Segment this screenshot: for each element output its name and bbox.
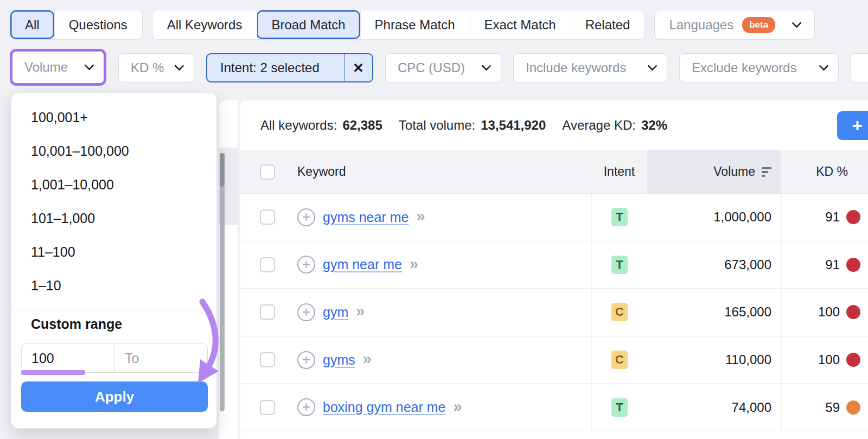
volume-option[interactable]: 10,001–100,000: [11, 134, 216, 168]
volume-cell: 1,000,000: [647, 194, 781, 241]
tab-broad-match[interactable]: Broad Match: [257, 10, 360, 39]
apply-button[interactable]: Apply: [21, 381, 208, 412]
chevron-down-icon: [647, 61, 657, 71]
volume-column-header[interactable]: Volume: [647, 150, 781, 193]
open-serp-icon[interactable]: »: [363, 350, 372, 368]
match-tab-group: All KeywordsBroad MatchPhrase MatchExact…: [152, 10, 646, 40]
intent-filter-chip[interactable]: Intent: 2 selected ✕: [206, 53, 373, 82]
sidebar-scrollbar[interactable]: [220, 153, 225, 411]
total-volume-stat: Total volume: 13,541,920: [399, 118, 546, 133]
row-checkbox[interactable]: [260, 400, 275, 415]
remove-intent-filter-button[interactable]: ✕: [344, 54, 372, 81]
header-checkbox-cell: [240, 150, 275, 193]
kd-header-label: KD %: [816, 164, 848, 179]
kd-value: 100: [818, 352, 840, 367]
match-type-tabs-row: AllQuestions All KeywordsBroad MatchPhra…: [10, 10, 815, 40]
kd-column-header[interactable]: KD %: [781, 150, 868, 193]
table-row: + gym » C 165,000 100: [240, 289, 868, 336]
intent-cell: T: [591, 194, 647, 241]
total-volume-label: Total volume:: [399, 118, 475, 133]
average-kd-stat: Average KD: 32%: [562, 118, 667, 133]
select-all-checkbox[interactable]: [260, 164, 275, 180]
keyword-cell: + boxing gym near me »: [275, 384, 591, 431]
tab-related[interactable]: Related: [571, 10, 645, 39]
open-serp-icon[interactable]: »: [410, 255, 418, 273]
chevron-down-icon: [819, 61, 828, 71]
kd-cell: 91: [781, 194, 868, 241]
volume-filter-label: Volume: [24, 60, 68, 75]
kd-value: 91: [825, 209, 840, 225]
keyword-column-header[interactable]: Keyword: [275, 150, 591, 193]
divider: [11, 310, 216, 310]
volume-option[interactable]: 11–100: [11, 235, 216, 269]
kd-value: 100: [818, 304, 840, 320]
volume-option[interactable]: 1–10: [11, 269, 216, 302]
summary-bar: All keywords: 62,385 Total volume: 13,54…: [260, 100, 667, 150]
add-keyword-icon[interactable]: +: [297, 208, 315, 226]
intent-column-header[interactable]: Intent: [591, 150, 647, 193]
table-row: + gyms near me » T 1,000,000 91: [240, 194, 868, 241]
tab-exact-match[interactable]: Exact Match: [470, 10, 571, 39]
volume-header-label: Volume: [713, 164, 755, 179]
volume-cell: 673,000: [647, 241, 781, 289]
row-checkbox[interactable]: [260, 304, 275, 320]
tab-all[interactable]: All: [10, 10, 54, 39]
languages-dropdown[interactable]: Languages beta: [654, 10, 815, 40]
keyword-cell: + gym near me »: [275, 241, 591, 289]
intent-cell: T: [591, 241, 647, 289]
exclude-keywords-filter-button[interactable]: Exclude keywords: [679, 53, 839, 82]
table-row: + gyms » C 110,000 100: [240, 336, 868, 384]
tab-questions[interactable]: Questions: [54, 10, 142, 39]
open-serp-icon[interactable]: »: [356, 302, 365, 320]
keyword-link[interactable]: boxing gym near me: [323, 399, 446, 415]
chevron-down-icon: [174, 61, 184, 71]
keyword-link[interactable]: gyms near me: [323, 209, 409, 225]
keyword-link[interactable]: gyms: [323, 352, 355, 368]
row-checkbox[interactable]: [260, 209, 275, 225]
volume-filter-button[interactable]: Volume: [12, 52, 104, 83]
kd-value: 59: [825, 400, 840, 415]
intent-filter-label: Intent: 2 selected: [207, 54, 344, 81]
exclude-keywords-label: Exclude keywords: [692, 60, 796, 75]
average-kd-value: 32%: [641, 118, 667, 133]
table-row: + gym near me » T 673,000 91: [240, 241, 868, 289]
add-to-list-button[interactable]: +: [837, 111, 868, 140]
keyword-link[interactable]: gym: [323, 304, 348, 320]
row-checkbox-cell: [240, 384, 275, 431]
keyword-header-label: Keyword: [297, 164, 346, 179]
volume-cell: 74,000: [647, 384, 781, 431]
cpc-filter-button[interactable]: CPC (USD): [385, 53, 501, 82]
beta-badge: beta: [742, 17, 775, 33]
tab-all-keywords[interactable]: All Keywords: [152, 10, 257, 39]
volume-value: 165,000: [724, 304, 771, 320]
row-checkbox[interactable]: [260, 257, 275, 272]
kd-filter-button[interactable]: KD %: [118, 53, 194, 82]
open-serp-icon[interactable]: »: [416, 207, 425, 225]
all-keywords-label: All keywords:: [260, 118, 337, 133]
sort-desc-icon[interactable]: [762, 167, 771, 177]
kd-filter-label: KD %: [131, 60, 164, 75]
kd-dot: [846, 353, 860, 367]
keyword-link[interactable]: gym near me: [323, 257, 402, 272]
keyword-cell: + gym »: [275, 289, 591, 336]
volume-to-input[interactable]: [115, 344, 207, 372]
tab-phrase-match[interactable]: Phrase Match: [360, 10, 470, 39]
table-header: Keyword Intent Volume KD %: [240, 150, 868, 194]
volume-option[interactable]: 100,001+: [11, 100, 216, 134]
open-serp-icon[interactable]: »: [454, 398, 462, 416]
add-keyword-icon[interactable]: +: [297, 398, 315, 416]
sidebar-scrollbar-thumb[interactable]: [220, 153, 225, 187]
volume-option[interactable]: 101–1,000: [11, 201, 216, 235]
row-checkbox[interactable]: [260, 352, 275, 367]
scope-tab-group: AllQuestions: [10, 10, 143, 40]
average-kd-label: Average KD:: [562, 118, 636, 133]
intent-header-label: Intent: [604, 164, 635, 179]
include-keywords-filter-button[interactable]: Include keywords: [513, 53, 667, 82]
add-keyword-icon[interactable]: +: [297, 256, 315, 273]
add-keyword-icon[interactable]: +: [297, 351, 315, 369]
volume-from-input[interactable]: [22, 344, 115, 372]
add-keyword-icon[interactable]: +: [297, 303, 315, 321]
volume-option[interactable]: 1,001–10,000: [11, 168, 216, 201]
volume-value: 74,000: [732, 400, 771, 415]
partial-filter-button[interactable]: [851, 53, 868, 82]
